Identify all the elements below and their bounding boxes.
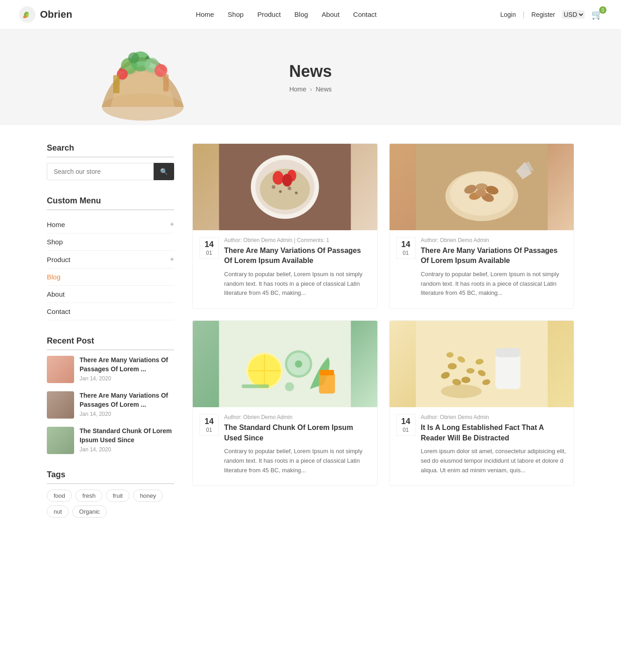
menu-item-about[interactable]: About — [47, 286, 174, 303]
tag-nut[interactable]: nut — [47, 505, 69, 518]
cart-button[interactable]: 🛒 0 — [591, 9, 603, 20]
menu-expand-home[interactable]: + — [170, 220, 174, 228]
post-img-svg-2 — [193, 321, 377, 407]
svg-rect-40 — [319, 373, 335, 394]
posts-row-2: 14 01 Author: Obrien Demo Admin The Stan… — [192, 320, 574, 486]
post-meta-0: 14 01 Author: Obrien Demo Admin | Commen… — [200, 237, 371, 298]
main-nav: Home Shop Product Blog About Contact — [196, 10, 377, 19]
nav-product[interactable]: Product — [257, 10, 281, 18]
menu-item-contact[interactable]: Contact — [47, 303, 174, 320]
nav-home[interactable]: Home — [196, 10, 214, 18]
tag-food[interactable]: food — [47, 490, 72, 502]
search-box: 🔍 — [47, 163, 174, 180]
login-link[interactable]: Login — [500, 11, 516, 18]
post-body-2: 14 01 Author: Obrien Demo Admin The Stan… — [193, 407, 377, 485]
sidebar: Search 🔍 Custom Menu Home + Shop Product… — [47, 143, 174, 534]
svg-rect-41 — [320, 370, 334, 375]
date-block-3: 14 01 — [396, 414, 416, 436]
post-image-1 — [390, 144, 574, 230]
tag-fruit[interactable]: fruit — [106, 490, 130, 502]
posts-row-1: 14 01 Author: Obrien Demo Admin | Commen… — [192, 143, 574, 309]
recent-post-section: Recent Post There Are Many Variations Of… — [47, 336, 174, 454]
menu-link-product[interactable]: Product — [47, 256, 70, 263]
register-link[interactable]: Register — [531, 11, 555, 18]
svg-point-39 — [295, 360, 302, 368]
menu-expand-product[interactable]: + — [170, 255, 174, 263]
svg-rect-42 — [242, 384, 269, 388]
search-input[interactable] — [47, 163, 154, 180]
post-author-3: Author: Obrien Demo Admin — [421, 414, 567, 420]
header-divider: | — [523, 10, 525, 19]
post-card-title-0[interactable]: There Are Many Variations Of Passages Of… — [224, 246, 370, 266]
nav-shop[interactable]: Shop — [228, 10, 244, 18]
post-image-3 — [390, 321, 574, 407]
search-button[interactable]: 🔍 — [154, 163, 174, 180]
tag-organic[interactable]: Organic — [72, 505, 107, 518]
post-card-3: 14 01 Author: Obrien Demo Admin It Is A … — [389, 320, 575, 486]
post-image-placeholder-3 — [390, 321, 574, 407]
menu-link-contact[interactable]: Contact — [47, 308, 70, 315]
page-title: News — [289, 62, 332, 81]
recent-post-date-1: Jan 14, 2020 — [80, 411, 174, 417]
header-actions: Login | Register USD EUR 🛒 0 — [500, 9, 603, 20]
logo-area[interactable]: Obrien — [18, 5, 72, 24]
post-author-2: Author: Obrien Demo Admin — [224, 414, 370, 420]
blog-grid: 14 01 Author: Obrien Demo Admin | Commen… — [192, 143, 574, 534]
svg-point-16 — [282, 174, 292, 187]
menu-item-product[interactable]: Product + — [47, 251, 174, 268]
date-day-0: 14 — [205, 240, 214, 250]
post-image-0 — [193, 144, 377, 230]
post-info-3: Author: Obrien Demo Admin It Is A Long E… — [421, 414, 567, 475]
svg-rect-44 — [416, 321, 547, 407]
custom-menu-section: Custom Menu Home + Shop Product + Blog A… — [47, 196, 174, 320]
menu-item-home[interactable]: Home + — [47, 216, 174, 233]
post-author-1: Author: Obrien Demo Admin — [421, 237, 567, 243]
tag-fresh[interactable]: fresh — [75, 490, 102, 502]
recent-post-1[interactable]: There Are Many Variations Of Passages Of… — [47, 391, 174, 419]
svg-point-43 — [285, 382, 294, 391]
breadcrumb: Home › News — [289, 86, 332, 93]
tags-title: Tags — [47, 470, 174, 484]
menu-link-about[interactable]: About — [47, 290, 65, 298]
svg-point-50 — [466, 368, 474, 374]
menu-link-blog[interactable]: Blog — [47, 273, 60, 281]
custom-menu-title: Custom Menu — [47, 196, 174, 210]
post-image-placeholder-1 — [390, 144, 574, 230]
post-img-svg-0 — [193, 144, 377, 230]
nav-blog[interactable]: Blog — [295, 10, 308, 18]
menu-item-blog[interactable]: Blog — [47, 268, 174, 286]
svg-point-55 — [446, 352, 453, 358]
post-card-title-1[interactable]: There Are Many Variations Of Passages Of… — [421, 246, 567, 266]
menu-link-home[interactable]: Home — [47, 221, 65, 228]
date-month-2: 01 — [205, 427, 214, 433]
recent-post-0[interactable]: There Are Many Variations Of Passages Of… — [47, 356, 174, 383]
post-img-svg-1 — [390, 144, 574, 230]
post-card-title-3[interactable]: It Is A Long Established Fact That A Rea… — [421, 423, 567, 443]
recent-post-thumb-0 — [47, 356, 74, 383]
recent-post-2[interactable]: The Standard Chunk Of Lorem Ipsum Used S… — [47, 427, 174, 454]
tag-honey[interactable]: honey — [133, 490, 163, 502]
nav-about[interactable]: About — [322, 10, 340, 18]
post-author-0: Author: Obrien Demo Admin | Comments: 1 — [224, 237, 370, 243]
main-content: Search 🔍 Custom Menu Home + Shop Product… — [38, 143, 583, 534]
menu-item-shop[interactable]: Shop — [47, 233, 174, 251]
svg-point-57 — [441, 384, 481, 398]
breadcrumb-separator: › — [310, 86, 312, 93]
post-card-title-2[interactable]: The Standard Chunk Of Lorem Ipsum Used S… — [224, 423, 370, 443]
tags-section: Tags food fresh fruit honey nut Organic — [47, 470, 174, 518]
nav-contact[interactable]: Contact — [353, 10, 377, 18]
svg-point-18 — [279, 190, 282, 193]
breadcrumb-home[interactable]: Home — [289, 86, 306, 93]
site-header: Obrien Home Shop Product Blog About Cont… — [0, 0, 621, 30]
custom-menu-list: Home + Shop Product + Blog About Contact — [47, 216, 174, 320]
svg-point-20 — [295, 192, 298, 194]
post-image-placeholder-2 — [193, 321, 377, 407]
date-block-2: 14 01 — [200, 414, 219, 436]
menu-link-shop[interactable]: Shop — [47, 238, 63, 246]
date-day-1: 14 — [401, 240, 411, 250]
post-excerpt-1: Contrary to popular belief, Lorem Ipsum … — [421, 270, 567, 298]
post-body-0: 14 01 Author: Obrien Demo Admin | Commen… — [193, 230, 377, 308]
date-block-0: 14 01 — [200, 237, 219, 259]
svg-point-19 — [288, 187, 291, 190]
currency-select[interactable]: USD EUR — [562, 10, 585, 19]
